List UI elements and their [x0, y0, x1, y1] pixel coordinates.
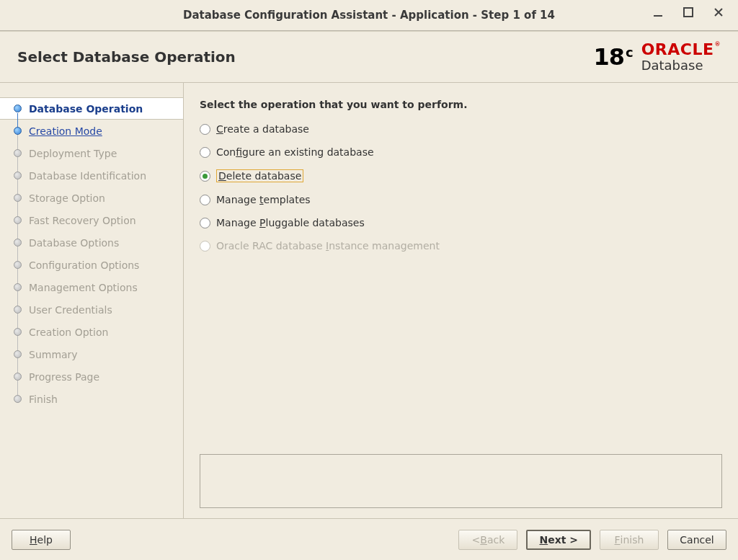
brand-product: Database	[641, 59, 721, 72]
radio-label: Manage Pluggable databases	[216, 217, 365, 228]
message-area	[200, 454, 722, 508]
step-dot-icon	[14, 350, 22, 358]
step-label: Management Options	[29, 282, 138, 293]
step-dot-icon	[14, 306, 22, 314]
radio-label: Configure an existing database	[216, 146, 374, 158]
step-dot-icon	[14, 194, 22, 202]
close-icon[interactable]	[712, 6, 725, 19]
step-dot-icon	[14, 105, 22, 112]
radio-label: Manage templates	[216, 194, 311, 205]
radio-icon	[200, 147, 210, 158]
brand-text: ORACLE® Database	[641, 42, 721, 72]
radio-icon	[200, 241, 210, 252]
radio-icon	[200, 171, 210, 182]
step-dot-icon	[14, 127, 22, 135]
step-creation-option: Creation Option	[0, 321, 183, 343]
radio-icon	[200, 218, 210, 228]
wizard-sidebar: Database Operation Creation Mode Deploym…	[0, 83, 184, 518]
step-label: User Credentials	[29, 304, 112, 316]
step-dot-icon	[14, 395, 22, 403]
step-management-options: Management Options	[0, 276, 183, 298]
radio-label: Oracle RAC database Instance management	[216, 240, 440, 252]
radio-icon	[200, 195, 210, 205]
minimize-icon[interactable]	[652, 6, 664, 19]
svg-rect-1	[684, 8, 693, 17]
step-label: Configuration Options	[29, 259, 139, 271]
step-label: Database Identification	[29, 170, 146, 182]
svg-rect-0	[654, 15, 662, 17]
step-label: Database Operation	[29, 103, 143, 115]
step-label: Database Options	[29, 237, 119, 249]
step-dot-icon	[14, 239, 22, 246]
instruction-text: Select the operation that you want to pe…	[200, 99, 722, 110]
step-dot-icon	[14, 328, 22, 336]
wizard-main: Select the operation that you want to pe…	[184, 83, 738, 518]
page-title: Select Database Operation	[17, 48, 236, 66]
brand-name: ORACLE®	[641, 42, 721, 58]
wizard-footer: Help < Back Next > Finish Cancel	[0, 518, 738, 560]
help-button[interactable]: Help	[12, 530, 71, 550]
radio-manage-templates[interactable]: Manage templates	[200, 194, 722, 205]
step-database-identification: Database Identification	[0, 164, 183, 187]
wizard-body: Database Operation Creation Mode Deploym…	[0, 82, 738, 518]
step-dot-icon	[14, 261, 22, 269]
step-label: Creation Option	[29, 326, 108, 338]
step-label: Creation Mode	[29, 125, 102, 137]
window-title: Database Configuration Assistant - Appli…	[183, 9, 555, 22]
step-dot-icon	[14, 149, 22, 157]
step-summary: Summary	[0, 343, 183, 365]
step-dot-icon	[14, 216, 22, 224]
step-user-credentials: User Credentials	[0, 298, 183, 321]
step-progress-page: Progress Page	[0, 365, 183, 388]
step-finish: Finish	[0, 388, 183, 410]
step-label: Finish	[29, 394, 58, 405]
nav-buttons: < Back Next > Finish Cancel	[458, 530, 726, 550]
finish-button: Finish	[600, 530, 659, 550]
radio-manage-pluggable-databases[interactable]: Manage Pluggable databases	[200, 217, 722, 228]
brand-logo: 18c ORACLE® Database	[593, 42, 721, 72]
step-label: Progress Page	[29, 371, 99, 383]
step-configuration-options: Configuration Options	[0, 254, 183, 276]
radio-label: Delete database	[216, 169, 303, 182]
step-deployment-type: Deployment Type	[0, 142, 183, 164]
next-button[interactable]: Next >	[526, 530, 591, 550]
back-button: < Back	[458, 530, 517, 550]
step-fast-recovery-option: Fast Recovery Option	[0, 209, 183, 231]
radio-icon	[200, 124, 210, 135]
window-controls	[652, 6, 725, 19]
wizard-header: Select Database Operation 18c ORACLE® Da…	[0, 32, 738, 82]
radio-label: Create a database	[216, 123, 309, 135]
operation-options: Create a database Configure an existing …	[200, 123, 722, 252]
maximize-icon[interactable]	[682, 6, 695, 19]
radio-delete-database[interactable]: Delete database	[200, 169, 722, 182]
step-list: Database Operation Creation Mode Deploym…	[0, 97, 183, 410]
step-label: Fast Recovery Option	[29, 215, 136, 226]
step-dot-icon	[14, 283, 22, 291]
radio-rac-instance-management: Oracle RAC database Instance management	[200, 240, 722, 252]
step-label: Storage Option	[29, 192, 105, 204]
cancel-button[interactable]: Cancel	[667, 530, 726, 550]
radio-configure-database[interactable]: Configure an existing database	[200, 146, 722, 158]
step-database-options: Database Options	[0, 231, 183, 254]
step-dot-icon	[14, 172, 22, 179]
step-creation-mode[interactable]: Creation Mode	[0, 120, 183, 142]
radio-create-database[interactable]: Create a database	[200, 123, 722, 135]
step-database-operation[interactable]: Database Operation	[0, 97, 183, 120]
step-storage-option: Storage Option	[0, 187, 183, 209]
step-label: Deployment Type	[29, 148, 117, 159]
step-label: Summary	[29, 349, 78, 360]
brand-version: 18c	[593, 43, 632, 71]
step-dot-icon	[14, 373, 22, 381]
title-bar: Database Configuration Assistant - Appli…	[0, 0, 738, 30]
